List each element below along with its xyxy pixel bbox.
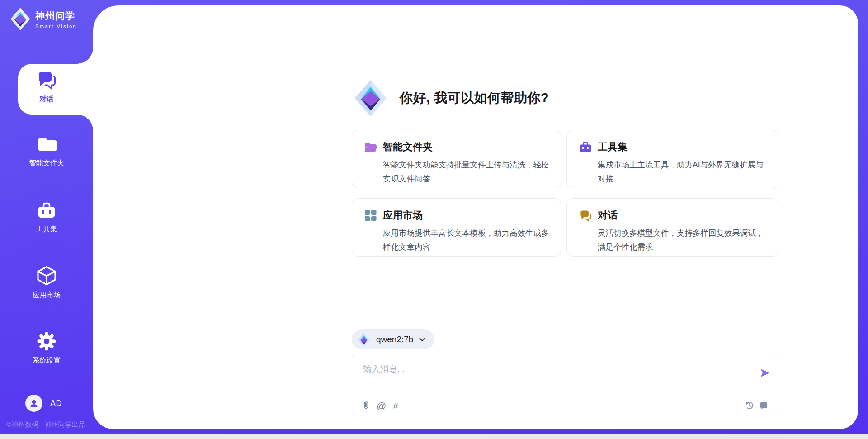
feature-cards: 智能文件夹 智能文件夹功能支持批量文件上传与清洗，轻松实现文件问答 [352, 130, 778, 257]
folder-icon [36, 134, 57, 154]
sidebar-item-toolset[interactable]: 工具集 [0, 200, 93, 234]
composer-divider [361, 392, 769, 392]
sidebar-item-chat[interactable]: 对话 [0, 69, 93, 104]
diamond-gem-icon [354, 79, 388, 117]
chat-bubbles-icon [579, 209, 592, 222]
user-name: AD [50, 399, 62, 408]
card-smart-folder[interactable]: 智能文件夹 智能文件夹功能支持批量文件上传与清洗，轻松实现文件问答 [352, 130, 561, 188]
hash-icon: # [393, 401, 398, 410]
sidebar-item-settings[interactable]: 系统设置 [0, 331, 93, 365]
briefcase-icon [37, 200, 57, 220]
message-composer: @ # [352, 354, 778, 416]
chevron-down-icon [419, 338, 425, 342]
brand-text: 神州问学 Smart Vision [35, 10, 77, 29]
history-icon [745, 401, 755, 410]
attach-file-button[interactable] [362, 401, 370, 410]
comment-button[interactable] [760, 401, 768, 410]
comment-icon [760, 401, 768, 410]
card-title: 对话 [598, 209, 618, 222]
message-input[interactable] [352, 354, 741, 390]
card-chat[interactable]: 对话 灵活切换多模型文件，支持多样回复效果调试，满足个性化需求 [566, 198, 778, 257]
sidebar-item-smart-folder[interactable]: 智能文件夹 [0, 134, 93, 168]
topic-button[interactable]: # [393, 401, 398, 410]
sidebar-item-label: 系统设置 [33, 356, 61, 365]
card-title: 工具集 [598, 140, 627, 154]
brand-subtitle: Smart Vision [35, 24, 77, 29]
composer-toolbar: @ # [362, 398, 768, 413]
person-icon [29, 399, 38, 408]
sidebar-item-label: 智能文件夹 [29, 158, 64, 168]
at-icon: @ [377, 401, 386, 410]
brand-name: 神州问学 [35, 10, 77, 22]
send-icon [759, 367, 771, 379]
copyright-footer: ©神州数码 · 神州问学出品 [6, 420, 85, 429]
main-panel: 你好, 我可以如何帮助你? 智能文件夹 智能文件夹功能支持批量文件上传与清洗，轻… [93, 5, 858, 429]
card-description: 应用市场提供丰富长文本模板，助力高效生成多样化文章内容 [383, 226, 556, 254]
mention-button[interactable]: @ [377, 401, 386, 410]
model-selector[interactable]: qwen2:7b [352, 329, 434, 349]
model-name: qwen2:7b [376, 334, 413, 344]
sidebar-item-label: 对话 [40, 95, 54, 104]
card-app-market[interactable]: 应用市场 应用市场提供丰富长文本模板，助力高效生成多样化文章内容 [352, 198, 561, 257]
paperclip-icon [362, 401, 370, 410]
user-account[interactable]: AD [25, 395, 62, 412]
gear-icon [36, 331, 57, 352]
avatar [25, 395, 42, 412]
app-window: 神州问学 Smart Vision 对话 智能文件夹 [0, 0, 868, 434]
brand-diamond-icon [10, 7, 31, 31]
folder-open-icon [364, 140, 377, 154]
diamond-gem-icon [358, 333, 370, 347]
brand[interactable]: 神州问学 Smart Vision [10, 7, 77, 31]
card-title: 应用市场 [383, 209, 423, 222]
sidebar-item-label: 应用市场 [33, 291, 61, 300]
history-button[interactable] [745, 401, 755, 410]
sidebar-item-label: 工具集 [36, 224, 57, 234]
card-title: 智能文件夹 [383, 140, 433, 154]
grid-market-icon [364, 209, 377, 222]
card-description: 集成市场上主流工具，助力AI与外界无缝扩展与对接 [598, 158, 770, 186]
greeting-section: 你好, 我可以如何帮助你? [354, 79, 549, 117]
sidebar-item-app-market[interactable]: 应用市场 [0, 265, 93, 300]
chat-bubbles-icon [36, 69, 57, 91]
card-toolset[interactable]: 工具集 集成市场上主流工具，助力AI与外界无缝扩展与对接 [566, 130, 778, 188]
card-description: 灵活切换多模型文件，支持多样回复效果调试，满足个性化需求 [598, 226, 770, 254]
greeting-title: 你好, 我可以如何帮助你? [400, 89, 549, 107]
briefcase-icon [579, 140, 592, 154]
cube-icon [36, 265, 57, 286]
send-button[interactable] [759, 367, 771, 379]
card-description: 智能文件夹功能支持批量文件上传与清洗，轻松实现文件问答 [383, 158, 556, 186]
